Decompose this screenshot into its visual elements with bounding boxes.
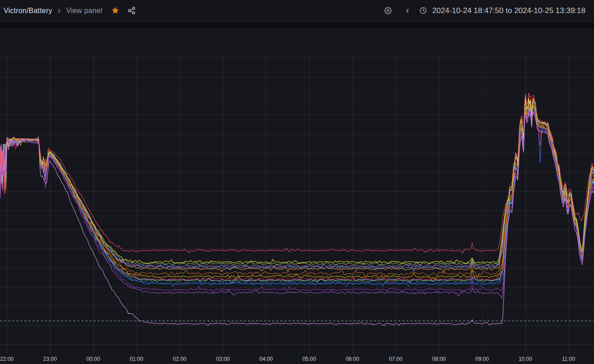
svg-text:23:00: 23:00 bbox=[43, 356, 57, 362]
svg-text:01:00: 01:00 bbox=[130, 356, 143, 362]
svg-text:05:00: 05:00 bbox=[302, 356, 316, 362]
svg-text:04:00: 04:00 bbox=[259, 356, 273, 362]
svg-text:09:00: 09:00 bbox=[475, 356, 489, 362]
svg-text:07:00: 07:00 bbox=[389, 356, 403, 362]
svg-text:02:00: 02:00 bbox=[173, 356, 186, 362]
svg-text:06:00: 06:00 bbox=[346, 356, 359, 362]
svg-text:10:00: 10:00 bbox=[519, 356, 532, 362]
svg-text:03:00: 03:00 bbox=[216, 356, 230, 362]
svg-text:08:00: 08:00 bbox=[432, 356, 446, 362]
svg-text:00:00: 00:00 bbox=[87, 356, 100, 362]
svg-text:22:00: 22:00 bbox=[0, 356, 14, 362]
svg-text:11:00: 11:00 bbox=[562, 356, 575, 362]
